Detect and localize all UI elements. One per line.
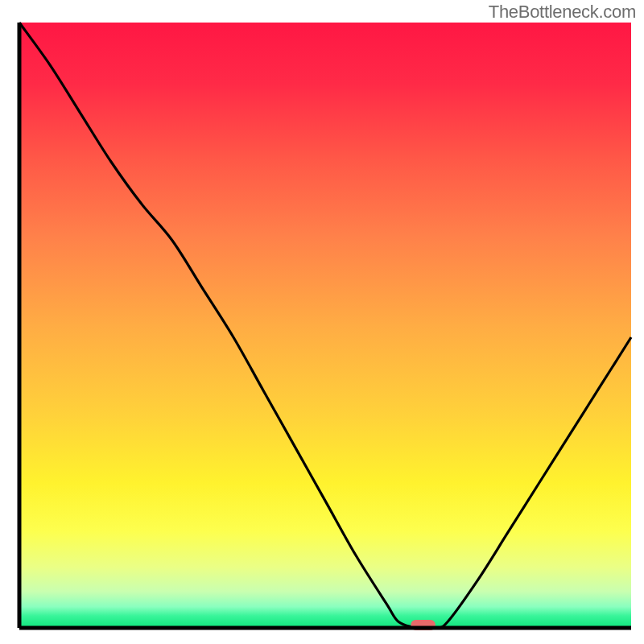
bottleneck-chart xyxy=(0,0,644,644)
plot-gradient-area xyxy=(19,23,631,628)
watermark-text: TheBottleneck.com xyxy=(489,2,636,23)
chart-container: TheBottleneck.com xyxy=(0,0,644,644)
